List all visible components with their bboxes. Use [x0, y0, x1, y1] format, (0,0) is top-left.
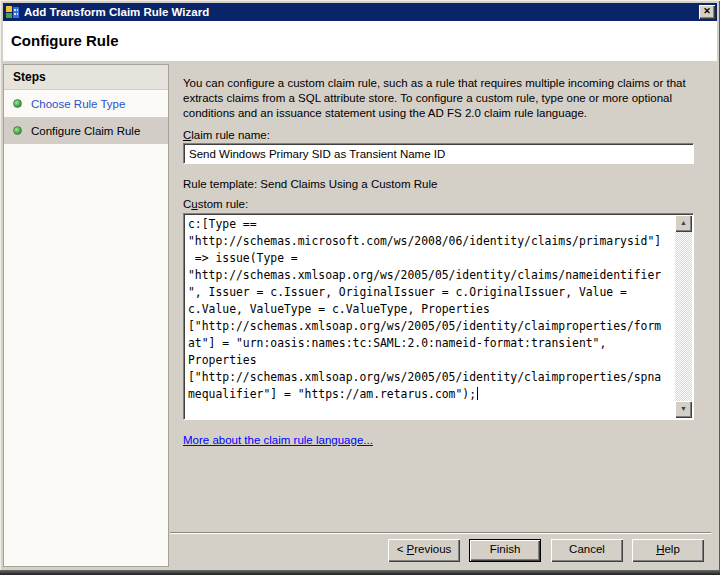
help-button[interactable]: Help — [632, 539, 704, 562]
custom-rule-line: mequalifier"] = "https://am.retarus.com"… — [188, 386, 673, 403]
window-bottom-edge — [0, 570, 720, 575]
custom-rule-line: ", Issuer = c.Issuer, OriginalIssuer = c… — [188, 284, 673, 301]
step-label: Choose Rule Type — [31, 98, 125, 110]
page-title: Configure Rule — [11, 32, 119, 49]
step-bullet-icon — [13, 126, 22, 135]
finish-button[interactable]: Finish — [469, 539, 541, 562]
step-item-choose-rule-type[interactable]: Choose Rule Type — [4, 90, 168, 117]
custom-rule-line: => issue(Type = — [188, 250, 673, 267]
cancel-button[interactable]: Cancel — [551, 539, 623, 562]
custom-rule-label: Custom rule: — [183, 198, 248, 210]
step-item-configure-claim-rule[interactable]: Configure Claim Rule — [4, 117, 168, 144]
claim-rule-name-label: Claim rule name: — [183, 129, 270, 141]
custom-rule-line: ["http://schemas.xmlsoap.org/ws/2005/05/… — [188, 318, 673, 335]
wizard-dialog: Add Transform Claim Rule Wizard ✕ Config… — [0, 0, 720, 575]
custom-rule-line: "http://schemas.microsoft.com/ws/2008/06… — [188, 233, 673, 250]
button-divider — [170, 532, 711, 534]
title-bar: Add Transform Claim Rule Wizard ✕ — [3, 3, 717, 21]
scroll-down-icon[interactable]: ▼ — [675, 401, 692, 418]
more-about-claim-rule-language-link[interactable]: More about the claim rule language... — [183, 434, 373, 446]
window-title: Add Transform Claim Rule Wizard — [24, 6, 699, 18]
steps-panel-title: Steps — [4, 65, 168, 90]
custom-rule-line: at"] = "urn:oasis:names:tc:SAML:2.0:name… — [188, 335, 673, 352]
custom-rule-line: c.Value, ValueType = c.ValueType, Proper… — [188, 301, 673, 318]
rule-template-text: Rule template: Send Claims Using a Custo… — [183, 178, 437, 190]
close-icon[interactable]: ✕ — [699, 5, 715, 19]
claim-rule-name-input[interactable] — [183, 143, 694, 164]
header-strip: Configure Rule — [3, 21, 717, 61]
step-bullet-icon — [13, 99, 22, 108]
vertical-scrollbar[interactable]: ▲ ▼ — [675, 215, 692, 418]
custom-rule-textarea[interactable]: c:[Type =="http://schemas.microsoft.com/… — [183, 213, 694, 420]
custom-rule-line: c:[Type == — [188, 216, 673, 233]
text-caret — [477, 387, 478, 400]
description-text: You can configure a custom claim rule, s… — [183, 76, 713, 121]
custom-rule-line: ["http://schemas.xmlsoap.org/ws/2005/05/… — [188, 369, 673, 386]
custom-rule-line: Properties — [188, 352, 673, 369]
custom-rule-text: c:[Type =="http://schemas.microsoft.com/… — [186, 216, 673, 417]
custom-rule-line: "http://schemas.xmlsoap.org/ws/2005/05/i… — [188, 267, 673, 284]
previous-button[interactable]: < Previous — [388, 539, 460, 562]
steps-panel: Steps Choose Rule Type Configure Claim R… — [3, 64, 169, 567]
step-label: Configure Claim Rule — [31, 125, 140, 137]
app-icon — [6, 5, 20, 19]
scroll-up-icon[interactable]: ▲ — [675, 215, 692, 232]
